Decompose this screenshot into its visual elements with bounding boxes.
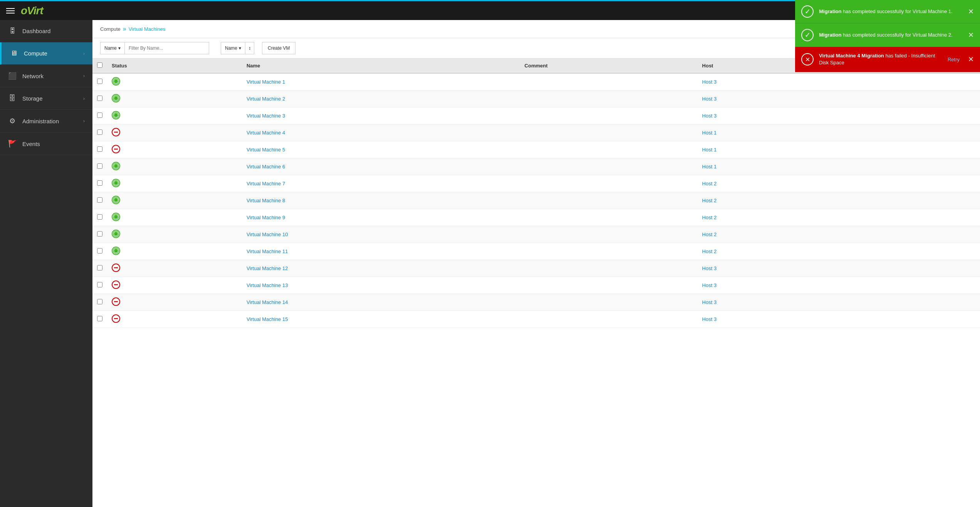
host-link[interactable]: Host 2	[702, 198, 717, 203]
sidebar-item-events[interactable]: 🚩 Events	[0, 133, 92, 155]
row-checkbox[interactable]	[97, 96, 102, 101]
select-all-checkbox[interactable]	[97, 62, 102, 68]
row-checkbox[interactable]	[97, 248, 102, 254]
vm-name-link[interactable]: Virtual Machine 2	[247, 96, 285, 102]
toolbar: Name ▾ Name ▾ ↕ Create VM ✓	[92, 38, 980, 59]
sidebar-item-dashboard[interactable]: 🎛 Dashboard	[0, 20, 92, 42]
row-checkbox[interactable]	[97, 79, 102, 84]
host-link[interactable]: Host 3	[702, 113, 717, 119]
table-row: Virtual Machine 5Host 1	[92, 141, 980, 158]
col-extra-cell	[828, 192, 879, 209]
col-extra-cell	[878, 158, 929, 175]
vm-name-link[interactable]: Virtual Machine 11	[247, 248, 288, 254]
col-extra-cell	[929, 294, 980, 311]
sort-direction-button[interactable]: ↕	[245, 42, 254, 54]
events-icon: 🚩	[8, 139, 17, 148]
host-link[interactable]: Host 2	[702, 215, 717, 220]
col-extra-cell	[929, 192, 980, 209]
sort-az-icon: ↕	[248, 45, 251, 51]
col-extra-cell	[929, 277, 980, 294]
breadcrumb-current[interactable]: Virtual Machines	[129, 26, 166, 32]
host-link[interactable]: Host 2	[702, 181, 717, 186]
host-link[interactable]: Host 2	[702, 248, 717, 254]
host-link[interactable]: Host 3	[702, 299, 717, 305]
notif-close-2[interactable]: ✕	[968, 31, 974, 39]
col-extra-cell	[929, 107, 980, 124]
host-link[interactable]: Host 1	[702, 164, 717, 170]
sidebar-item-compute[interactable]: 🖥 Compute ›	[0, 42, 92, 65]
col-extra-cell	[878, 277, 929, 294]
notif-close-3[interactable]: ✕	[968, 55, 974, 64]
col-extra-cell	[828, 277, 879, 294]
sidebar-item-network[interactable]: ⬛ Network ›	[0, 65, 92, 87]
table-row: Virtual Machine 2Host 3	[92, 91, 980, 107]
vm-name-link[interactable]: Virtual Machine 4	[247, 130, 285, 136]
sort-field-select[interactable]: Name ▾	[221, 42, 245, 54]
col-name: Name	[242, 59, 520, 73]
col-extra-cell	[828, 91, 879, 107]
row-checkbox[interactable]	[97, 180, 102, 186]
row-checkbox[interactable]	[97, 197, 102, 203]
chevron-down-icon: ▾	[239, 45, 241, 51]
col-extra-cell	[929, 158, 980, 175]
sidebar-item-administration[interactable]: ⚙ Administration ›	[0, 110, 92, 133]
host-link[interactable]: Host 3	[702, 265, 717, 271]
sidebar-label: Events	[22, 141, 85, 147]
vm-name-link[interactable]: Virtual Machine 5	[247, 147, 285, 153]
row-checkbox[interactable]	[97, 299, 102, 304]
host-link[interactable]: Host 1	[702, 130, 717, 136]
row-checkbox[interactable]	[97, 129, 102, 135]
compute-icon: 🖥	[9, 49, 18, 57]
row-checkbox[interactable]	[97, 146, 102, 152]
row-checkbox[interactable]	[97, 163, 102, 169]
notif-text-3: Virtual Machine 4 Migration has failed -…	[819, 52, 942, 66]
hamburger-menu[interactable]	[6, 8, 15, 13]
vm-name-link[interactable]: Virtual Machine 12	[247, 265, 288, 271]
col-extra-cell	[828, 226, 879, 243]
host-link[interactable]: Host 1	[702, 147, 717, 153]
row-checkbox[interactable]	[97, 265, 102, 270]
vm-name-link[interactable]: Virtual Machine 6	[247, 164, 285, 170]
row-checkbox[interactable]	[97, 282, 102, 287]
host-link[interactable]: Host 3	[702, 79, 717, 85]
notif-retry-button[interactable]: Retry	[948, 57, 960, 62]
vm-name-link[interactable]: Virtual Machine 13	[247, 282, 288, 288]
vm-name-link[interactable]: Virtual Machine 15	[247, 316, 288, 322]
col-extra-cell	[828, 311, 879, 328]
col-extra-cell	[828, 158, 879, 175]
svg-point-23	[114, 215, 118, 219]
row-checkbox[interactable]	[97, 112, 102, 118]
sidebar-item-storage[interactable]: 🗄 Storage ›	[0, 87, 92, 110]
host-link[interactable]: Host 3	[702, 282, 717, 288]
notif-strong-2: Migration	[819, 32, 842, 38]
sidebar-label: Compute	[24, 50, 78, 57]
create-vm-button[interactable]: Create VM	[262, 42, 295, 54]
host-link[interactable]: Host 3	[702, 96, 717, 102]
col-extra-cell	[828, 209, 879, 226]
filter-field-select[interactable]: Name ▾	[100, 42, 124, 54]
sidebar-label: Storage	[22, 95, 78, 102]
host-link[interactable]: Host 2	[702, 232, 717, 237]
vm-name-link[interactable]: Virtual Machine 10	[247, 232, 288, 237]
row-checkbox[interactable]	[97, 231, 102, 237]
vm-comment	[520, 192, 698, 209]
vm-comment	[520, 124, 698, 141]
status-down-icon	[112, 145, 120, 153]
vm-name-link[interactable]: Virtual Machine 8	[247, 198, 285, 203]
vm-name-link[interactable]: Virtual Machine 14	[247, 299, 288, 305]
row-checkbox[interactable]	[97, 316, 102, 321]
vm-name-link[interactable]: Virtual Machine 7	[247, 181, 285, 186]
vm-name-link[interactable]: Virtual Machine 9	[247, 215, 285, 220]
col-extra-cell	[828, 260, 879, 277]
row-checkbox[interactable]	[97, 214, 102, 220]
network-icon: ⬛	[8, 72, 17, 80]
host-link[interactable]: Host 3	[702, 316, 717, 322]
notif-strong-3: Virtual Machine 4 Migration	[819, 53, 884, 59]
vm-name-link[interactable]: Virtual Machine 3	[247, 113, 285, 119]
storage-icon: 🗄	[8, 94, 17, 102]
svg-point-20	[114, 198, 118, 202]
filter-input[interactable]	[124, 42, 209, 54]
sidebar-label: Network	[22, 73, 78, 79]
vm-name-link[interactable]: Virtual Machine 1	[247, 79, 285, 85]
sidebar: 🎛 Dashboard 🖥 Compute › ⬛ Network › 🗄 St…	[0, 20, 92, 507]
